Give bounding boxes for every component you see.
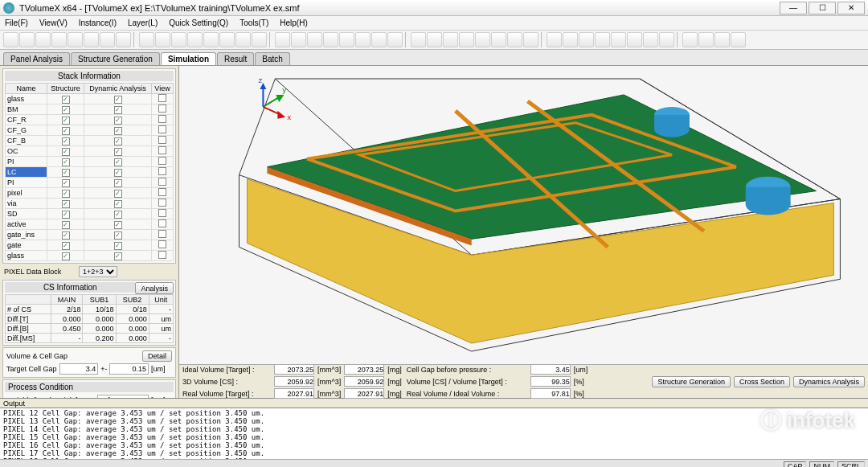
minimize-button[interactable]: — [780,2,807,14]
structure-checkbox[interactable] [62,137,70,145]
var-input[interactable] [97,395,149,398]
toolbar-button-22[interactable] [371,32,387,47]
toolbar-button-23[interactable] [387,32,403,47]
stack-row-name[interactable]: glass [6,94,47,104]
dynamics-analysis-button[interactable]: Dynamics Analysis [793,376,865,387]
structure-checkbox[interactable] [62,169,70,177]
stack-row-name[interactable]: pixel [6,188,47,199]
cross-section-button[interactable]: Cross Section [734,376,790,387]
analysis-button[interactable]: Analysis [135,282,174,294]
toolbar-button-41[interactable] [698,32,714,47]
toolbar-button-28[interactable] [475,32,490,47]
stack-row-name[interactable]: CF_B [6,136,47,146]
dynamic-checkbox[interactable] [114,252,122,260]
stack-row-name[interactable]: CF_R [6,115,47,125]
structure-checkbox[interactable] [62,211,70,219]
toolbar-button-15[interactable] [252,32,267,47]
dynamic-checkbox[interactable] [114,179,122,187]
tab-panel-analysis[interactable]: Panel Analysis [3,52,70,65]
toolbar-button-33[interactable] [563,32,578,47]
toolbar-button-14[interactable] [235,32,251,47]
view-checkbox[interactable] [158,219,166,227]
structure-checkbox[interactable] [62,96,70,104]
view-checkbox[interactable] [158,104,166,113]
structure-checkbox[interactable] [62,106,70,114]
dynamic-checkbox[interactable] [114,137,122,145]
dynamic-checkbox[interactable] [114,221,122,229]
toolbar-button-43[interactable] [731,32,746,47]
toolbar-button-37[interactable] [627,32,642,47]
toolbar-button-35[interactable] [595,32,610,47]
dynamic-checkbox[interactable] [114,96,122,104]
toolbar-button-32[interactable] [547,32,562,47]
structure-generation-button[interactable]: Structure Generation [652,376,731,387]
menu-file[interactable]: File(F) [5,18,28,27]
view-checkbox[interactable] [158,146,166,154]
toolbar-button-11[interactable] [187,32,203,47]
toolbar-button-31[interactable] [523,32,538,47]
toolbar-button-1[interactable] [19,32,35,47]
toolbar-button-4[interactable] [68,32,83,47]
dynamic-checkbox[interactable] [114,211,122,219]
structure-checkbox[interactable] [62,179,70,187]
dynamic-checkbox[interactable] [114,117,122,125]
toolbar-button-16[interactable] [275,32,290,47]
tab-batch[interactable]: Batch [255,52,290,65]
toolbar-button-25[interactable] [427,32,442,47]
toolbar-button-39[interactable] [659,32,674,47]
dynamic-checkbox[interactable] [114,127,122,135]
structure-checkbox[interactable] [62,127,70,135]
structure-checkbox[interactable] [62,117,70,125]
stack-row-name[interactable]: gate_ins [6,230,47,240]
toolbar-button-27[interactable] [459,32,474,47]
dynamic-checkbox[interactable] [114,231,122,240]
menu-view[interactable]: View(V) [39,18,68,27]
tab-simulation[interactable]: Simulation [161,52,216,65]
target-cellgap-v1[interactable] [59,363,99,375]
toolbar-button-8[interactable] [139,32,154,47]
view-checkbox[interactable] [158,157,166,165]
view-checkbox[interactable] [158,209,166,217]
view-checkbox[interactable] [158,115,166,123]
output-panel[interactable]: PIXEL 12 Cell Gap: average 3.453 um / se… [0,408,868,459]
toolbar-button-2[interactable] [35,32,51,47]
toolbar-button-18[interactable] [307,32,322,47]
view-checkbox[interactable] [158,199,166,207]
view-checkbox[interactable] [158,125,166,133]
menu-help[interactable]: Help(H) [280,18,307,27]
stack-row-name[interactable]: PI [6,178,47,188]
toolbar-button-38[interactable] [643,32,658,47]
dynamic-checkbox[interactable] [114,148,122,156]
stack-row-name[interactable]: LC [6,167,47,178]
toolbar-button-30[interactable] [507,32,522,47]
view-checkbox[interactable] [158,230,166,238]
dynamic-checkbox[interactable] [114,106,122,114]
stack-row-name[interactable]: via [6,199,47,209]
view-checkbox[interactable] [158,188,166,196]
view-checkbox[interactable] [158,251,166,259]
dynamic-checkbox[interactable] [114,200,122,208]
structure-checkbox[interactable] [62,200,70,208]
toolbar-button-24[interactable] [411,32,426,47]
toolbar-button-40[interactable] [682,32,698,47]
stack-row-name[interactable]: CF_G [6,125,47,136]
detail-button[interactable]: Detail [142,350,172,362]
structure-checkbox[interactable] [62,148,70,156]
toolbar-button-5[interactable] [84,32,99,47]
toolbar-button-12[interactable] [203,32,219,47]
toolbar-button-9[interactable] [155,32,170,47]
toolbar-button-21[interactable] [355,32,371,47]
structure-checkbox[interactable] [62,252,70,260]
toolbar-button-20[interactable] [339,32,354,47]
structure-checkbox[interactable] [62,158,70,166]
view-checkbox[interactable] [158,240,166,248]
view-checkbox[interactable] [158,94,166,102]
structure-checkbox[interactable] [62,231,70,240]
toolbar-button-10[interactable] [171,32,186,47]
stack-row-name[interactable]: glass [6,251,47,261]
stack-row-name[interactable]: SD [6,209,47,219]
dynamic-checkbox[interactable] [114,169,122,177]
tab-structure-generation[interactable]: Structure Generation [71,52,160,65]
menu-tools[interactable]: Tools(T) [240,18,268,27]
stack-row-name[interactable]: active [6,219,47,230]
